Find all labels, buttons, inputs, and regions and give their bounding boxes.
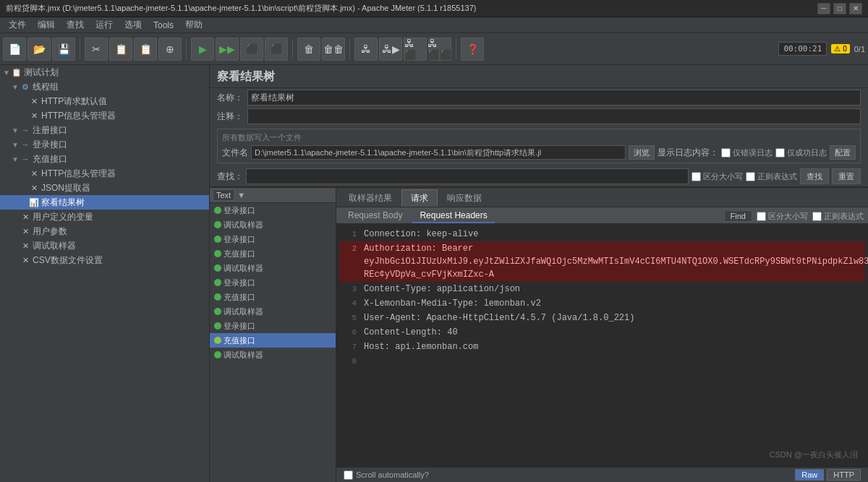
close-button[interactable]: ✕	[849, 3, 862, 14]
request-label: 登录接口	[224, 234, 255, 245]
tree-label: HTTP信息头管理器	[41, 110, 116, 122]
clear-all-button[interactable]: 🗑🗑	[322, 38, 345, 61]
find-button[interactable]: 查找	[800, 168, 829, 184]
tab-sampler-result[interactable]: 取样器结果	[339, 189, 401, 207]
request-item-login1[interactable]: 登录接口	[210, 203, 336, 218]
request-list-panel: Text ▼ 登录接口 调试取样器 登录接口 充值接口	[210, 188, 336, 482]
register-icon: →	[20, 125, 30, 135]
minimize-button[interactable]: ─	[817, 3, 830, 14]
tree-item-login[interactable]: ▼ → 登录接口	[0, 137, 209, 152]
tab-response-data[interactable]: 响应数据	[438, 189, 491, 207]
request-item-debug4[interactable]: 调试取样器	[210, 348, 336, 362]
header-content: X-Lemonban-Media-Type: lemonban.v2	[364, 297, 541, 310]
tree-item-recharge[interactable]: ▼ → 充值接口	[0, 152, 209, 166]
raw-tab[interactable]: Raw	[795, 469, 824, 481]
tree-item-user-vars[interactable]: ✕ 用户定义的变量	[0, 210, 209, 224]
search-input[interactable]	[246, 168, 689, 184]
save-button[interactable]: 💾	[52, 38, 75, 61]
request-item-recharge1[interactable]: 充值接口	[210, 246, 336, 261]
tree-label: JSON提取器	[41, 182, 90, 194]
sub-tab-request-headers[interactable]: Request Headers	[412, 209, 494, 223]
sub-case-label: 区分大小写	[757, 211, 808, 222]
tree-label: 用户定义的变量	[33, 211, 93, 223]
request-item-recharge2[interactable]: 充值接口	[210, 290, 336, 304]
remote-stop-all-button[interactable]: 🖧⬛⬛	[428, 38, 451, 61]
tree-item-test-plan[interactable]: ▼ 📋 测试计划	[0, 65, 209, 79]
new-button[interactable]: 📄	[3, 38, 26, 61]
tree-item-csv[interactable]: ✕ CSV数据文件设置	[0, 253, 209, 267]
file-path-input[interactable]	[251, 145, 626, 160]
browse-button[interactable]: 浏览	[629, 145, 655, 160]
menu-help[interactable]: 帮助	[179, 17, 208, 33]
tree-item-debug-sampler[interactable]: ✕ 调试取样器	[0, 238, 209, 253]
remote-all-button[interactable]: 🖧▶	[379, 38, 402, 61]
tree-label: 察看结果树	[41, 197, 85, 209]
tree-item-header-mgr[interactable]: ✕ HTTP信息头管理器	[0, 166, 209, 181]
tab-request[interactable]: 请求	[401, 189, 438, 207]
name-input[interactable]	[247, 90, 861, 106]
maximize-button[interactable]: □	[833, 3, 846, 14]
open-button[interactable]: 📂	[27, 38, 51, 61]
request-item-login2[interactable]: 登录接口	[210, 232, 336, 246]
request-label: 充值接口	[224, 249, 255, 259]
remote-button[interactable]: 🖧	[354, 38, 378, 61]
menu-file[interactable]: 文件	[3, 17, 32, 33]
titlebar-controls: ─ □ ✕	[817, 3, 862, 14]
request-item-login3[interactable]: 登录接口	[210, 275, 336, 290]
error-only-checkbox[interactable]	[721, 148, 731, 158]
tree-label: CSV数据文件设置	[33, 254, 103, 267]
stop-now-button[interactable]: ⬛	[265, 38, 288, 61]
http-tab[interactable]: HTTP	[827, 469, 861, 481]
config-button[interactable]: 配置	[830, 145, 856, 160]
tree-arrow: ▼	[12, 155, 20, 163]
tree-item-http-default[interactable]: ✕ HTTP请求默认值	[0, 94, 209, 108]
success-only-checkbox[interactable]	[775, 148, 785, 158]
find-btn[interactable]: Find	[724, 210, 752, 222]
request-label: 调试取样器	[224, 263, 263, 274]
run-all-button[interactable]: ▶▶	[216, 38, 239, 61]
menu-search[interactable]: 查找	[61, 17, 90, 33]
tree-item-thread-group[interactable]: ▼ ⚙ 线程组	[0, 79, 209, 94]
dropdown-arrow: ▼	[237, 191, 245, 199]
menu-run[interactable]: 运行	[90, 17, 119, 33]
error-only-label: 仅错误日志	[721, 147, 773, 158]
tree-item-user-params[interactable]: ✕ 用户参数	[0, 224, 209, 238]
line-num: 5	[342, 311, 357, 324]
test-plan-icon: 📋	[12, 67, 22, 77]
menu-options[interactable]: 选项	[119, 17, 148, 33]
run-button[interactable]: ▶	[191, 38, 214, 61]
status-icon	[214, 207, 221, 214]
request-item-recharge3[interactable]: 充值接口	[210, 333, 336, 348]
sub-regex-checkbox[interactable]	[812, 212, 822, 221]
menu-edit[interactable]: 编辑	[32, 17, 61, 33]
request-label: 充值接口	[224, 335, 255, 346]
regex-checkbox[interactable]	[746, 172, 755, 181]
stop-button[interactable]: ⬛	[240, 38, 263, 61]
paste-button[interactable]: 📋	[134, 38, 157, 61]
request-item-login4[interactable]: 登录接口	[210, 319, 336, 333]
copy-button[interactable]: 📋	[109, 38, 132, 61]
cut-button[interactable]: ✂	[85, 38, 108, 61]
menu-tools[interactable]: Tools	[148, 19, 179, 32]
request-item-debug1[interactable]: 调试取样器	[210, 218, 336, 232]
remote-stop-button[interactable]: 🖧⬛	[404, 38, 427, 61]
expand-button[interactable]: ⊕	[158, 38, 182, 61]
tree-item-register[interactable]: ▼ → 注册接口	[0, 123, 209, 137]
tree-item-json-extractor[interactable]: ✕ JSON提取器	[0, 181, 209, 195]
detail-panel: 取样器结果 请求 响应数据 Request Body Request Heade…	[336, 188, 868, 482]
tree-item-result-tree[interactable]: 📊 察看结果树	[0, 195, 209, 210]
sub-case-checkbox[interactable]	[757, 212, 766, 221]
request-label: 登录接口	[224, 205, 255, 216]
sub-tab-request-body[interactable]: Request Body	[341, 209, 409, 223]
comment-input[interactable]	[247, 108, 861, 124]
help-button[interactable]: ❓	[461, 38, 484, 61]
reset-button[interactable]: 重置	[832, 168, 861, 184]
tree-label: HTTP信息头管理器	[41, 168, 116, 180]
clear-button[interactable]: 🗑	[297, 38, 320, 61]
case-sensitive-checkbox[interactable]	[692, 172, 701, 181]
text-label-btn[interactable]: Text	[213, 189, 234, 201]
request-item-debug2[interactable]: 调试取样器	[210, 261, 336, 275]
tree-item-http-header[interactable]: ✕ HTTP信息头管理器	[0, 108, 209, 123]
request-item-debug3[interactable]: 调试取样器	[210, 304, 336, 319]
scroll-auto-checkbox[interactable]	[344, 470, 353, 480]
